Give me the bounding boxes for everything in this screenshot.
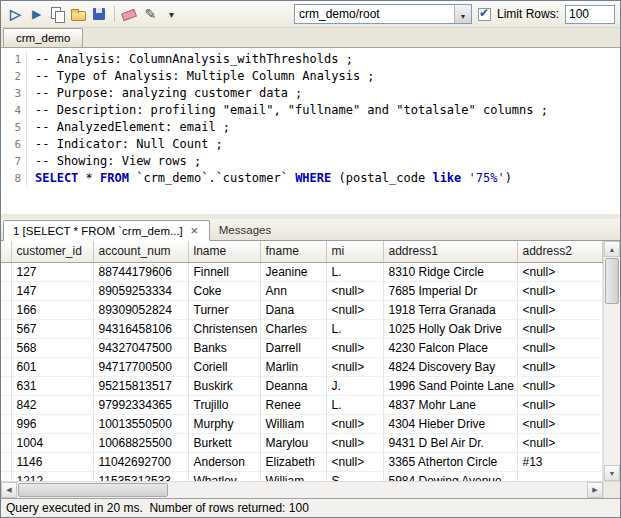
cell[interactable]: Charles xyxy=(260,319,326,338)
cell[interactable]: J. xyxy=(326,376,383,395)
column-header[interactable]: lname xyxy=(188,241,260,262)
cell[interactable]: Christensen xyxy=(188,319,260,338)
save-icon[interactable] xyxy=(90,5,109,24)
cell[interactable]: Banks xyxy=(188,338,260,357)
cell[interactable]: 996 xyxy=(11,414,93,433)
cell[interactable]: 88744179606 xyxy=(93,262,188,281)
cell[interactable]: 1025 Holly Oak Drive xyxy=(383,319,517,338)
cell[interactable]: <null> xyxy=(517,262,603,281)
table-row[interactable]: 84297992334365TrujilloReneeL.4837 Mohr L… xyxy=(1,395,603,414)
scroll-down-button[interactable] xyxy=(604,465,620,481)
horizontal-scrollbar[interactable] xyxy=(1,481,603,498)
cell[interactable]: 95215813517 xyxy=(93,376,188,395)
cell[interactable]: 9431 D Bel Air Dr. xyxy=(383,433,517,452)
table-row[interactable]: 14789059253334CokeAnn<null>7685 Imperial… xyxy=(1,281,603,300)
editor-line[interactable]: 5-- AnalyzedElement: email ; xyxy=(1,119,620,136)
vertical-scrollbar[interactable] xyxy=(603,241,620,481)
cell[interactable]: William xyxy=(260,471,326,481)
table-row[interactable]: 114611042692700AndersonElizabeth<null>33… xyxy=(1,452,603,471)
cell[interactable]: 89309052824 xyxy=(93,300,188,319)
cell[interactable]: Dana xyxy=(260,300,326,319)
clear-icon[interactable] xyxy=(120,5,139,24)
cell[interactable]: L. xyxy=(326,262,383,281)
cell[interactable]: 94316458106 xyxy=(93,319,188,338)
cell[interactable]: 631 xyxy=(11,376,93,395)
copy-icon[interactable] xyxy=(48,5,67,24)
tab-crm-demo[interactable]: crm_demo xyxy=(3,28,83,47)
run-selected-icon[interactable] xyxy=(27,5,46,24)
cell[interactable]: 97992334365 xyxy=(93,395,188,414)
cell[interactable]: 1146 xyxy=(11,452,93,471)
open-folder-icon[interactable] xyxy=(69,5,88,24)
cell[interactable]: <null> xyxy=(517,433,603,452)
table-row[interactable]: 16689309052824TurnerDana<null>1918 Terra… xyxy=(1,300,603,319)
cell[interactable]: S. xyxy=(326,471,383,481)
cell[interactable]: 1918 Terra Granada xyxy=(383,300,517,319)
cell[interactable]: <null> xyxy=(517,395,603,414)
cell[interactable]: 568 xyxy=(11,338,93,357)
cell[interactable]: Renee xyxy=(260,395,326,414)
cell[interactable]: 601 xyxy=(11,357,93,376)
cell[interactable]: 4304 Hieber Drive xyxy=(383,414,517,433)
cell[interactable]: 4837 Mohr Lane xyxy=(383,395,517,414)
cell[interactable]: 11535312533 xyxy=(93,471,188,481)
cell[interactable]: L. xyxy=(326,319,383,338)
cell[interactable]: <null> xyxy=(517,414,603,433)
close-icon[interactable] xyxy=(189,225,200,236)
cell[interactable]: Marylou xyxy=(260,433,326,452)
cell[interactable]: 567 xyxy=(11,319,93,338)
cell[interactable]: <null> xyxy=(517,338,603,357)
column-header[interactable]: address1 xyxy=(383,241,517,262)
table-row[interactable]: 60194717700500CoriellMarlin<null>4824 Di… xyxy=(1,357,603,376)
scroll-right-button[interactable] xyxy=(587,482,603,498)
cell[interactable]: Marlin xyxy=(260,357,326,376)
column-header[interactable]: customer_id xyxy=(11,241,93,262)
cell[interactable]: 7685 Imperial Dr xyxy=(383,281,517,300)
cell[interactable]: Jeanine xyxy=(260,262,326,281)
cell[interactable]: 127 xyxy=(11,262,93,281)
cell[interactable] xyxy=(517,471,603,481)
edit-icon[interactable] xyxy=(141,5,160,24)
horizontal-scrollbar-track[interactable] xyxy=(17,482,587,498)
cell[interactable]: Murphy xyxy=(188,414,260,433)
cell[interactable]: #13 xyxy=(517,452,603,471)
cell[interactable]: <null> xyxy=(326,281,383,300)
column-header[interactable]: mi xyxy=(326,241,383,262)
scroll-up-button[interactable] xyxy=(604,241,620,257)
column-header[interactable]: account_num xyxy=(93,241,188,262)
cell[interactable]: 11042692700 xyxy=(93,452,188,471)
cell[interactable]: Turner xyxy=(188,300,260,319)
editor-line[interactable]: 4-- Description: profiling "email", "ful… xyxy=(1,102,620,119)
cell[interactable]: 89059253334 xyxy=(93,281,188,300)
limit-rows-checkbox[interactable] xyxy=(478,8,491,21)
column-header[interactable]: fname xyxy=(260,241,326,262)
cell[interactable]: <null> xyxy=(517,376,603,395)
cell[interactable]: William xyxy=(260,414,326,433)
cell[interactable]: Anderson xyxy=(188,452,260,471)
cell[interactable]: Finnell xyxy=(188,262,260,281)
cell[interactable]: <null> xyxy=(517,357,603,376)
scroll-left-button[interactable] xyxy=(1,482,17,498)
cell[interactable]: <null> xyxy=(517,281,603,300)
sql-editor[interactable]: 1-- Analysis: ColumnAnalysis_withThresho… xyxy=(1,48,620,214)
cell[interactable]: Burkett xyxy=(188,433,260,452)
cell[interactable]: 4824 Discovery Bay xyxy=(383,357,517,376)
cell[interactable]: 10013550500 xyxy=(93,414,188,433)
cell[interactable]: Elizabeth xyxy=(260,452,326,471)
cell[interactable]: <null> xyxy=(326,414,383,433)
cell[interactable]: 1212 xyxy=(11,471,93,481)
cell[interactable]: 5984 Dewing Avenue xyxy=(383,471,517,481)
run-query-icon[interactable] xyxy=(6,5,25,24)
editor-line[interactable]: 6-- Indicator: Null Count ; xyxy=(1,136,620,153)
cell[interactable]: 10068825500 xyxy=(93,433,188,452)
cell[interactable]: Coriell xyxy=(188,357,260,376)
table-row[interactable]: 56894327047500BanksDarrell<null>4230 Fal… xyxy=(1,338,603,357)
cell[interactable]: 166 xyxy=(11,300,93,319)
limit-rows-input[interactable] xyxy=(565,5,615,24)
cell[interactable]: Trujillo xyxy=(188,395,260,414)
editor-line[interactable]: 3-- Purpose: analyzing customer data ; xyxy=(1,85,620,102)
editor-line[interactable]: 8SELECT * FROM `crm_demo`.`customer` WHE… xyxy=(1,170,620,187)
cell[interactable]: 3365 Atherton Circle xyxy=(383,452,517,471)
table-row[interactable]: 63195215813517BuskirkDeannaJ.1996 Sand P… xyxy=(1,376,603,395)
connection-combo-dropdown-button[interactable] xyxy=(454,5,471,23)
